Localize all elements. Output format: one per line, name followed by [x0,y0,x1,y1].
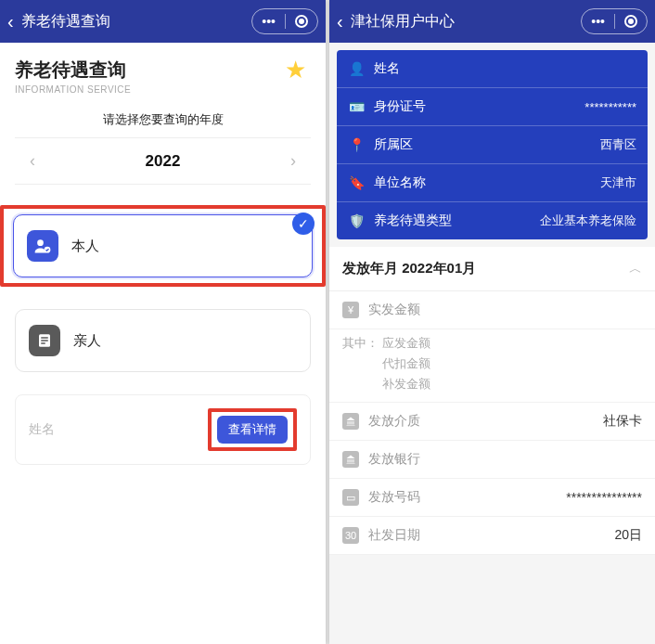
page-subtitle: INFORMATION SERVICE [15,84,131,95]
deduct-label: 代扣金额 [382,355,430,372]
miniapp-capsule[interactable]: ••• [581,8,648,34]
back-icon[interactable]: ‹ [337,11,343,32]
divider [285,14,286,29]
name-label: 姓名 [29,421,55,438]
id-label: 身份证号 [374,98,426,115]
chevron-up-icon: ︿ [629,261,642,277]
more-icon[interactable]: ••• [262,14,276,29]
person-icon: 👤 [348,60,365,77]
medium-label: 发放介质 [368,413,420,430]
district-value: 西青区 [600,136,636,153]
info-row-type: 🛡️养老待遇类型 企业基本养老保险 [337,202,648,239]
option-self-label: 本人 [71,238,99,255]
option-family-card[interactable]: 亲人 [15,309,311,372]
back-icon[interactable]: ‹ [7,11,14,32]
number-value: *************** [566,490,642,505]
document-icon [29,325,60,356]
row-bank: 发放银行 [329,441,655,479]
card-icon: ▭ [342,489,359,506]
year-next-icon[interactable]: › [281,148,305,174]
date-label: 社发日期 [368,527,420,544]
org-label: 单位名称 [374,174,426,191]
bank-icon [342,451,359,468]
org-value: 天津市 [600,174,636,191]
issue-period-header[interactable]: 发放年月 2022年01月 ︿ [329,247,655,291]
type-value: 企业基本养老保险 [540,213,636,229]
money-icon: ¥ [342,302,359,318]
option-self-highlight: 本人 [0,205,326,287]
person-check-icon [27,230,58,262]
issue-period-value: 2022年01月 [402,260,476,276]
favorite-star-icon[interactable]: ★ [285,58,311,84]
info-row-name: 👤姓名 [337,50,648,88]
user-info-panel: 👤姓名 🪪身份证号 *********** 📍所属区 西青区 🔖单位名称 天津市… [337,50,648,239]
bookmark-icon: 🔖 [348,174,365,191]
bank-label: 发放银行 [368,451,420,468]
header-title: 津社保用户中心 [351,12,582,32]
name-detail-row: 姓名 查看详情 [15,394,311,465]
page-title: 养老待遇查询 [15,58,131,83]
close-miniapp-icon[interactable] [624,15,637,28]
year-value: 2022 [146,152,181,171]
svg-point-0 [37,239,44,246]
option-family-wrap: 亲人 [0,309,326,372]
id-value: *********** [584,100,636,114]
more-icon[interactable]: ••• [591,14,605,29]
medium-value: 社保卡 [603,413,642,430]
miniapp-capsule[interactable]: ••• [251,8,318,34]
supplement-label: 补发金额 [382,376,430,393]
year-prompt: 请选择您要查询的年度 [0,111,326,128]
option-family-label: 亲人 [73,332,101,350]
row-date: 30社发日期 20日 [329,517,655,555]
actual-label: 实发金额 [368,302,420,318]
app-header: ‹ 养老待遇查询 ••• [0,0,326,43]
app-header: ‹ 津社保用户中心 ••• [329,0,655,43]
screen-user-center: ‹ 津社保用户中心 ••• 👤姓名 🪪身份证号 *********** 📍所属区… [329,0,655,644]
issue-period-label: 发放年月 [342,260,398,276]
info-row-id: 🪪身份证号 *********** [337,88,648,126]
shield-icon: 🛡️ [348,213,365,229]
payment-details: ¥实发金额 其中： 应发金额 代扣金额 补发金额 发放介质 社保卡 发放银行 ▭… [329,291,655,555]
due-label: 应发金额 [382,335,430,352]
number-label: 发放号码 [368,489,420,506]
view-detail-button[interactable]: 查看详情 [217,416,288,444]
view-detail-highlight: 查看详情 [208,408,297,451]
close-miniapp-icon[interactable] [295,15,308,28]
svg-rect-4 [41,340,48,341]
svg-rect-5 [41,342,45,344]
screen-pension-query: ‹ 养老待遇查询 ••• 养老待遇查询 INFORMATION SERVICE … [0,0,326,644]
info-row-org: 🔖单位名称 天津市 [337,164,648,202]
calendar-icon: 30 [342,527,359,544]
district-label: 所属区 [374,136,413,153]
id-card-icon: 🪪 [348,98,365,115]
year-picker: ‹ 2022 › [15,137,311,185]
row-medium: 发放介质 社保卡 [329,403,655,441]
bank-icon [342,413,359,430]
header-title: 养老待遇查询 [21,12,252,32]
name-label: 姓名 [374,60,400,77]
divider [614,14,615,29]
page-body: 养老待遇查询 INFORMATION SERVICE ★ 请选择您要查询的年度 … [0,43,326,644]
row-actual-amount: ¥实发金额 [329,291,655,329]
svg-rect-3 [41,337,48,339]
year-prev-icon[interactable]: ‹ [20,148,45,174]
row-number: ▭发放号码 *************** [329,479,655,517]
location-icon: 📍 [348,136,365,153]
date-value: 20日 [614,527,642,544]
info-row-district: 📍所属区 西青区 [337,126,648,164]
breakdown-label: 其中： [342,335,379,396]
type-label: 养老待遇类型 [374,213,452,229]
option-self-card[interactable]: 本人 [13,214,313,277]
